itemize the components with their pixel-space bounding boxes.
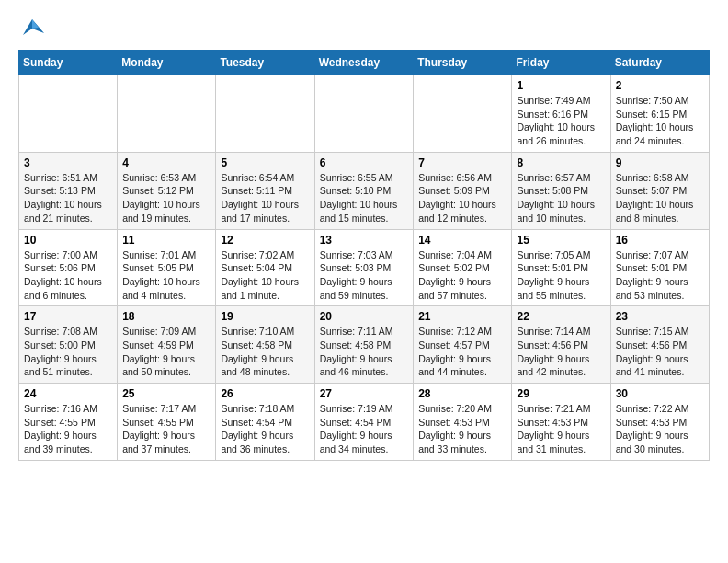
day-number: 16 [616, 234, 704, 247]
day-info: Sunrise: 7:14 AM Sunset: 4:56 PM Dayligh… [517, 325, 605, 379]
day-info: Sunrise: 7:08 AM Sunset: 5:00 PM Dayligh… [24, 325, 112, 379]
calendar-cell: 26Sunrise: 7:18 AM Sunset: 4:54 PM Dayli… [216, 384, 314, 461]
day-number: 23 [616, 310, 704, 323]
day-number: 1 [517, 79, 605, 92]
day-info: Sunrise: 6:53 AM Sunset: 5:12 PM Dayligh… [122, 171, 210, 225]
calendar-cell: 28Sunrise: 7:20 AM Sunset: 4:53 PM Dayli… [414, 384, 512, 461]
day-number: 7 [418, 156, 506, 169]
day-number: 14 [418, 234, 506, 247]
calendar-cell [314, 75, 414, 153]
day-number: 11 [122, 234, 210, 247]
calendar-cell [118, 75, 216, 153]
day-info: Sunrise: 7:49 AM Sunset: 6:16 PM Dayligh… [517, 94, 605, 148]
day-info: Sunrise: 7:20 AM Sunset: 4:53 PM Dayligh… [418, 402, 506, 456]
weekday-header: Monday [118, 51, 216, 75]
day-number: 28 [418, 387, 506, 400]
weekday-header: Tuesday [216, 51, 314, 75]
calendar-cell: 12Sunrise: 7:02 AM Sunset: 5:04 PM Dayli… [216, 229, 314, 306]
day-number: 2 [616, 79, 704, 92]
calendar-cell: 30Sunrise: 7:22 AM Sunset: 4:53 PM Dayli… [610, 384, 709, 461]
calendar-cell: 21Sunrise: 7:12 AM Sunset: 4:57 PM Dayli… [414, 306, 512, 384]
weekday-header: Sunday [19, 51, 118, 75]
day-info: Sunrise: 7:50 AM Sunset: 6:15 PM Dayligh… [616, 94, 704, 148]
calendar-cell: 1Sunrise: 7:49 AM Sunset: 6:16 PM Daylig… [512, 75, 610, 153]
day-number: 27 [320, 387, 409, 400]
day-number: 3 [24, 156, 112, 169]
calendar-cell: 7Sunrise: 6:56 AM Sunset: 5:09 PM Daylig… [414, 152, 512, 229]
day-info: Sunrise: 6:58 AM Sunset: 5:07 PM Dayligh… [616, 171, 704, 225]
calendar-cell [19, 75, 118, 153]
day-info: Sunrise: 6:57 AM Sunset: 5:08 PM Dayligh… [517, 171, 605, 225]
day-number: 12 [221, 234, 309, 247]
day-number: 15 [517, 234, 605, 247]
day-info: Sunrise: 6:56 AM Sunset: 5:09 PM Dayligh… [418, 171, 506, 225]
day-number: 17 [24, 310, 112, 323]
day-info: Sunrise: 7:07 AM Sunset: 5:01 PM Dayligh… [616, 248, 704, 303]
day-info: Sunrise: 7:03 AM Sunset: 5:03 PM Dayligh… [320, 248, 409, 303]
day-info: Sunrise: 6:51 AM Sunset: 5:13 PM Dayligh… [24, 171, 112, 225]
day-info: Sunrise: 7:21 AM Sunset: 4:53 PM Dayligh… [517, 402, 605, 456]
day-number: 20 [320, 310, 409, 323]
calendar-cell: 24Sunrise: 7:16 AM Sunset: 4:55 PM Dayli… [19, 384, 118, 461]
day-number: 19 [221, 310, 309, 323]
day-info: Sunrise: 6:54 AM Sunset: 5:11 PM Dayligh… [221, 171, 309, 225]
day-number: 25 [122, 387, 210, 400]
calendar-table: SundayMondayTuesdayWednesdayThursdayFrid… [18, 50, 710, 461]
weekday-header: Friday [512, 51, 610, 75]
calendar-cell: 20Sunrise: 7:11 AM Sunset: 4:58 PM Dayli… [314, 306, 414, 384]
calendar-cell: 16Sunrise: 7:07 AM Sunset: 5:01 PM Dayli… [610, 229, 709, 306]
calendar-cell: 11Sunrise: 7:01 AM Sunset: 5:05 PM Dayli… [118, 229, 216, 306]
day-info: Sunrise: 7:00 AM Sunset: 5:06 PM Dayligh… [24, 248, 112, 303]
day-info: Sunrise: 7:05 AM Sunset: 5:01 PM Dayligh… [517, 248, 605, 303]
day-info: Sunrise: 7:18 AM Sunset: 4:54 PM Dayligh… [221, 402, 309, 456]
day-number: 24 [24, 387, 112, 400]
calendar-cell: 18Sunrise: 7:09 AM Sunset: 4:59 PM Dayli… [118, 306, 216, 384]
weekday-header: Wednesday [314, 51, 414, 75]
calendar-week-row: 1Sunrise: 7:49 AM Sunset: 6:16 PM Daylig… [19, 75, 710, 153]
calendar-cell: 25Sunrise: 7:17 AM Sunset: 4:55 PM Dayli… [118, 384, 216, 461]
calendar-cell: 17Sunrise: 7:08 AM Sunset: 5:00 PM Dayli… [19, 306, 118, 384]
day-number: 22 [517, 310, 605, 323]
day-info: Sunrise: 7:01 AM Sunset: 5:05 PM Dayligh… [122, 248, 210, 303]
day-info: Sunrise: 7:12 AM Sunset: 4:57 PM Dayligh… [418, 325, 506, 379]
calendar-cell: 10Sunrise: 7:00 AM Sunset: 5:06 PM Dayli… [19, 229, 118, 306]
day-number: 21 [418, 310, 506, 323]
day-info: Sunrise: 7:22 AM Sunset: 4:53 PM Dayligh… [616, 402, 704, 456]
calendar-cell: 22Sunrise: 7:14 AM Sunset: 4:56 PM Dayli… [512, 306, 610, 384]
day-number: 18 [122, 310, 210, 323]
calendar-cell: 4Sunrise: 6:53 AM Sunset: 5:12 PM Daylig… [118, 152, 216, 229]
calendar-cell: 23Sunrise: 7:15 AM Sunset: 4:56 PM Dayli… [610, 306, 709, 384]
day-info: Sunrise: 7:10 AM Sunset: 4:58 PM Dayligh… [221, 325, 309, 379]
logo [18, 15, 50, 42]
calendar-cell: 15Sunrise: 7:05 AM Sunset: 5:01 PM Dayli… [512, 229, 610, 306]
calendar-week-row: 10Sunrise: 7:00 AM Sunset: 5:06 PM Dayli… [19, 229, 710, 306]
day-info: Sunrise: 7:02 AM Sunset: 5:04 PM Dayligh… [221, 248, 309, 303]
day-info: Sunrise: 7:11 AM Sunset: 4:58 PM Dayligh… [320, 325, 409, 379]
calendar-week-row: 24Sunrise: 7:16 AM Sunset: 4:55 PM Dayli… [19, 384, 710, 461]
calendar-cell: 9Sunrise: 6:58 AM Sunset: 5:07 PM Daylig… [610, 152, 709, 229]
calendar-week-row: 17Sunrise: 7:08 AM Sunset: 5:00 PM Dayli… [19, 306, 710, 384]
day-number: 30 [616, 387, 704, 400]
calendar-cell: 5Sunrise: 6:54 AM Sunset: 5:11 PM Daylig… [216, 152, 314, 229]
day-info: Sunrise: 7:04 AM Sunset: 5:02 PM Dayligh… [418, 248, 506, 303]
day-info: Sunrise: 7:16 AM Sunset: 4:55 PM Dayligh… [24, 402, 112, 456]
calendar-cell: 27Sunrise: 7:19 AM Sunset: 4:54 PM Dayli… [314, 384, 414, 461]
day-number: 5 [221, 156, 309, 169]
day-info: Sunrise: 7:17 AM Sunset: 4:55 PM Dayligh… [122, 402, 210, 456]
calendar-week-row: 3Sunrise: 6:51 AM Sunset: 5:13 PM Daylig… [19, 152, 710, 229]
day-info: Sunrise: 6:55 AM Sunset: 5:10 PM Dayligh… [320, 171, 409, 225]
day-info: Sunrise: 7:09 AM Sunset: 4:59 PM Dayligh… [122, 325, 210, 379]
weekday-header: Saturday [610, 51, 709, 75]
logo-icon [18, 15, 46, 42]
calendar-cell: 13Sunrise: 7:03 AM Sunset: 5:03 PM Dayli… [314, 229, 414, 306]
calendar-cell: 6Sunrise: 6:55 AM Sunset: 5:10 PM Daylig… [314, 152, 414, 229]
day-number: 8 [517, 156, 605, 169]
day-number: 6 [320, 156, 409, 169]
day-number: 10 [24, 234, 112, 247]
day-number: 26 [221, 387, 309, 400]
day-number: 9 [616, 156, 704, 169]
day-info: Sunrise: 7:19 AM Sunset: 4:54 PM Dayligh… [320, 402, 409, 456]
calendar-cell: 8Sunrise: 6:57 AM Sunset: 5:08 PM Daylig… [512, 152, 610, 229]
calendar-cell: 3Sunrise: 6:51 AM Sunset: 5:13 PM Daylig… [19, 152, 118, 229]
calendar-header-row: SundayMondayTuesdayWednesdayThursdayFrid… [19, 51, 710, 75]
